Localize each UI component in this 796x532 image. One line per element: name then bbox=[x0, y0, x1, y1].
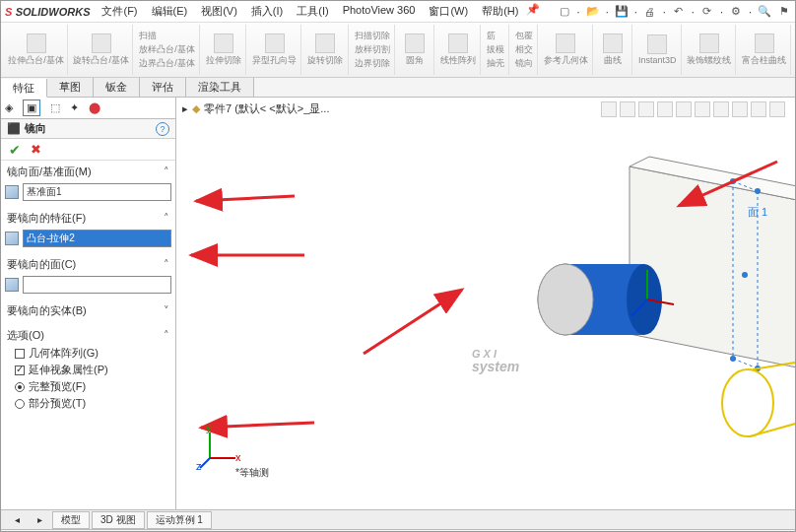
ribbon-rib[interactable]: 筋 bbox=[487, 30, 504, 42]
print-icon[interactable]: 🖨 bbox=[643, 5, 657, 19]
section-mirror-plane-header[interactable]: 镜向面/基准面(M)˄ bbox=[5, 163, 171, 181]
bottab-motion[interactable]: 运动算例 1 bbox=[147, 511, 212, 529]
tab-sketch[interactable]: 草图 bbox=[47, 78, 94, 97]
ribbon-curves[interactable]: 曲线 bbox=[595, 25, 632, 75]
faces-field[interactable] bbox=[23, 276, 171, 294]
search-icon[interactable]: 🔍 bbox=[758, 5, 771, 19]
hole-icon bbox=[265, 33, 285, 53]
ribbon-loft-boss[interactable]: 放样凸台/基体 bbox=[139, 43, 195, 56]
menu-insert[interactable]: 插入(I) bbox=[245, 2, 289, 21]
graphics-viewport[interactable]: ▸ ◆ 零件7 (默认< <默认>_显... G X Isystem bbox=[176, 98, 795, 509]
ribbon-composite[interactable]: 富合柱曲线 bbox=[738, 25, 791, 75]
breadcrumb-expand-icon[interactable]: ▸ bbox=[182, 102, 188, 115]
ribbon-wrap[interactable]: 包覆 bbox=[515, 30, 533, 42]
opt-geometry-pattern[interactable]: 几何体阵列(G) bbox=[5, 345, 171, 362]
breadcrumb[interactable]: ▸ ◆ 零件7 (默认< <默认>_显... bbox=[182, 101, 329, 116]
ribbon-boundary-boss[interactable]: 边界凸台/基体 bbox=[139, 57, 195, 70]
undo-icon[interactable]: ↶ bbox=[672, 5, 686, 19]
svg-line-19 bbox=[750, 418, 795, 436]
save-icon[interactable]: 💾 bbox=[615, 5, 629, 19]
new-icon[interactable]: ▢ bbox=[558, 5, 571, 19]
bottab-prev[interactable]: ◂ bbox=[7, 513, 28, 526]
radio-on-icon bbox=[15, 382, 25, 392]
opt-full-preview[interactable]: 完整预览(F) bbox=[5, 378, 171, 395]
svg-text:y: y bbox=[206, 425, 212, 433]
ribbon-extrude-boss[interactable]: 拉伸凸台/基体 bbox=[5, 25, 68, 75]
menu-edit[interactable]: 编辑(E) bbox=[146, 2, 194, 21]
opt-propagate-visual[interactable]: 延伸视象属性(P) bbox=[5, 362, 171, 378]
instant3d-icon bbox=[647, 34, 667, 54]
cancel-button[interactable]: ✖ bbox=[31, 142, 41, 157]
ribbon-shell[interactable]: 抽壳 bbox=[487, 57, 504, 70]
ribbon-boundary-cut[interactable]: 边界切除 bbox=[355, 57, 390, 70]
ribbon-intersect[interactable]: 相交 bbox=[515, 43, 533, 56]
view-orient-icon[interactable] bbox=[676, 101, 692, 117]
features-field[interactable] bbox=[23, 230, 171, 247]
apply-scene-icon[interactable] bbox=[751, 101, 766, 117]
opt-partial-preview[interactable]: 部分预览(T) bbox=[5, 395, 171, 412]
mirror-feature-icon: ⬛ bbox=[7, 122, 21, 135]
menu-view[interactable]: 视图(V) bbox=[195, 2, 243, 21]
edit-appearance-icon[interactable] bbox=[732, 101, 748, 117]
zoom-fit-icon[interactable] bbox=[601, 101, 617, 117]
revolve-boss-icon bbox=[92, 33, 111, 53]
ribbon-hole-wizard[interactable]: 异型孔向导 bbox=[248, 25, 301, 75]
view-settings-icon[interactable] bbox=[769, 101, 785, 117]
ribbon-extrude-cut[interactable]: 拉伸切除 bbox=[202, 25, 247, 75]
tab-sheetmetal[interactable]: 钣金 bbox=[94, 78, 140, 97]
prev-view-icon[interactable] bbox=[638, 101, 654, 117]
hide-show-icon[interactable] bbox=[713, 101, 729, 117]
menu-pv360[interactable]: PhotoView 360 bbox=[337, 2, 422, 21]
help-icon[interactable]: ? bbox=[156, 122, 169, 136]
svg-line-6 bbox=[733, 359, 758, 368]
display-style-icon[interactable] bbox=[695, 101, 710, 117]
ribbon-ref-geom[interactable]: 参考几何体 bbox=[540, 25, 593, 75]
tab-features[interactable]: 特征 bbox=[1, 79, 47, 98]
menu-window[interactable]: 窗口(W) bbox=[423, 2, 474, 21]
ribbon-sweep-cut[interactable]: 扫描切除 bbox=[355, 30, 390, 42]
menu-tools[interactable]: 工具(I) bbox=[291, 2, 334, 21]
tab-evaluate[interactable]: 评估 bbox=[140, 78, 186, 97]
panel-body: 镜向面/基准面(M)˄ 要镜向的特征(F)˄ 要镜向的面(C)˄ bbox=[1, 161, 175, 509]
section-view-icon[interactable] bbox=[657, 101, 673, 117]
tab-render[interactable]: 渲染工具 bbox=[186, 78, 254, 97]
section-features-header[interactable]: 要镜向的特征(F)˄ bbox=[5, 209, 171, 228]
ribbon-revolve-cut[interactable]: 旋转切除 bbox=[303, 25, 349, 75]
heads-up-toolbar bbox=[601, 101, 785, 117]
mirror-plane-field[interactable] bbox=[23, 183, 171, 201]
ribbon-draft[interactable]: 拔模 bbox=[487, 43, 504, 56]
feature-tree-icon[interactable]: ◈ bbox=[5, 101, 13, 114]
section-bodies-header[interactable]: 要镜向的实体(B)˅ bbox=[5, 301, 171, 320]
caret-icon: ˅ bbox=[164, 304, 169, 317]
bottab-model[interactable]: 模型 bbox=[52, 511, 90, 529]
section-faces-header[interactable]: 要镜向的面(C)˄ bbox=[5, 255, 171, 274]
ribbon-sweep[interactable]: 扫描 bbox=[139, 30, 195, 42]
config-mgr-icon[interactable]: ⬚ bbox=[50, 101, 60, 114]
dimxpert-icon[interactable]: ✦ bbox=[70, 101, 79, 114]
orientation-triad[interactable]: y x z bbox=[196, 425, 241, 470]
ribbon-thread[interactable]: 装饰螺纹线 bbox=[684, 25, 737, 75]
zoom-area-icon[interactable] bbox=[620, 101, 635, 117]
menu-file[interactable]: 文件(F) bbox=[96, 2, 143, 21]
open-icon[interactable]: 📂 bbox=[586, 5, 600, 19]
bottab-next[interactable]: ▸ bbox=[30, 513, 50, 526]
ok-button[interactable]: ✔ bbox=[9, 142, 21, 158]
bottab-3dview[interactable]: 3D 视图 bbox=[92, 511, 145, 529]
section-options-header[interactable]: 选项(O)˄ bbox=[5, 326, 171, 345]
rebuild-icon[interactable]: ⟳ bbox=[700, 5, 714, 19]
ribbon-loft-cut[interactable]: 放样切割 bbox=[355, 43, 390, 56]
face-icon bbox=[5, 278, 19, 292]
flag-icon[interactable]: ⚑ bbox=[777, 5, 791, 19]
ribbon-linear-pattern[interactable]: 线性阵列 bbox=[436, 25, 482, 75]
command-tabs: 特征 草图 钣金 评估 渲染工具 bbox=[1, 78, 795, 98]
ribbon-mirror[interactable]: 镜向 bbox=[515, 57, 533, 70]
display-mgr-icon[interactable]: ⬤ bbox=[89, 101, 100, 114]
ribbon-revolve-boss[interactable]: 旋转凸台/基体 bbox=[70, 25, 133, 75]
pin-icon[interactable]: 📌 bbox=[526, 2, 540, 16]
ribbon-fillet[interactable]: 圆角 bbox=[397, 25, 434, 75]
options-icon[interactable]: ⚙ bbox=[729, 5, 743, 19]
property-mgr-icon[interactable]: ▣ bbox=[23, 100, 40, 116]
ribbon-instant3d[interactable]: Instant3D bbox=[634, 25, 682, 75]
menu-help[interactable]: 帮助(H) bbox=[476, 2, 524, 21]
caret-icon: ˄ bbox=[164, 258, 169, 271]
